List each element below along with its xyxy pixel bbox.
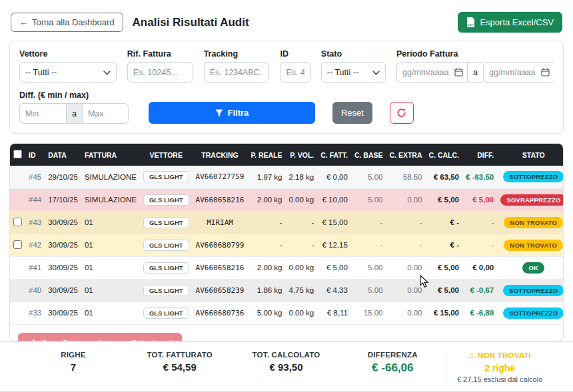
- funnel-icon: [215, 109, 223, 117]
- cell-c-fatt: € 4,33: [317, 279, 351, 301]
- tracking-input[interactable]: [204, 62, 270, 83]
- row-select-cell: [10, 211, 25, 234]
- export-excel-csv-button[interactable]: CSV Esporta Excel/CSV: [458, 12, 562, 33]
- filter-vettore: Vettore -- Tutti --: [19, 49, 117, 83]
- cell-p-vol: -: [286, 234, 318, 256]
- cell-c-base: -: [351, 211, 386, 234]
- filter-rif-fattura: Rif. Fattura: [127, 49, 193, 83]
- rif-fattura-label: Rif. Fattura: [127, 49, 193, 59]
- fatturato-label: TOT. FATTURATO: [127, 351, 233, 359]
- cell-tracking: AV660680736: [193, 301, 248, 324]
- create-contestation-button[interactable]: Crea Contestazione per Selezionati: [18, 333, 182, 342]
- back-arrow-icon: ←: [19, 17, 28, 27]
- back-button-label: Torna alla Dashboard: [32, 17, 115, 27]
- row-checkbox[interactable]: [13, 218, 22, 226]
- cell-id: #45: [25, 166, 45, 188]
- cell-id: #41: [25, 256, 45, 279]
- reset-button[interactable]: Reset: [332, 102, 372, 124]
- row-select-cell: [10, 301, 25, 324]
- vettore-select[interactable]: -- Tutti --: [19, 62, 117, 83]
- cell-p-reale: -: [247, 211, 285, 234]
- cell-p-vol: 0.00 kg: [286, 188, 318, 211]
- cell-c-calc: € 5,00: [426, 188, 463, 211]
- cell-vettore: GLS LIGHT: [140, 301, 193, 324]
- filtra-button[interactable]: Filtra: [149, 102, 315, 124]
- cell-data: 30/09/25: [45, 301, 81, 324]
- summary-righe: RIGHE 7: [20, 351, 127, 373]
- cell-c-calc: € -: [426, 211, 463, 234]
- id-input[interactable]: [280, 62, 310, 83]
- refresh-button[interactable]: [390, 102, 414, 124]
- vettore-selected-value: -- Tutti --: [25, 68, 57, 77]
- cell-tracking: AV660680799: [193, 234, 248, 256]
- cell-c-base: 5.00: [351, 279, 386, 301]
- cell-vettore: GLS LIGHT: [140, 211, 193, 234]
- cell-diff: € -6,89: [462, 301, 497, 324]
- cell-tracking: AV660658239: [193, 279, 248, 301]
- cell-id: #40: [25, 279, 45, 301]
- summary-differenza: DIFFERENZA € -66,06: [339, 351, 446, 375]
- calcolato-value: € 93,50: [233, 361, 340, 373]
- cell-diff: € 0,00: [462, 256, 497, 279]
- column-header-id: ID: [25, 144, 45, 166]
- cell-c-base: 5.00: [351, 256, 386, 279]
- cell-fattura: SIMULAZIONE: [81, 188, 140, 211]
- diff-max-input[interactable]: [82, 103, 129, 124]
- cell-p-reale: 2.00 kg: [247, 188, 285, 211]
- filter-periodo-fattura: Periodo Fattura a: [396, 49, 554, 83]
- column-header-c-base: C. BASE: [351, 144, 386, 166]
- cell-stato: SOTTOPREZZO: [497, 301, 564, 324]
- diff-separator: a: [66, 103, 82, 124]
- summary-bar: RIGHE 7 TOT. FATTURATO € 54,59 TOT. CALC…: [0, 341, 573, 392]
- calendar-icon[interactable]: [541, 67, 550, 79]
- cell-p-reale: 1.86 kg: [247, 279, 285, 301]
- filter-tracking: Tracking: [204, 49, 270, 83]
- status-badge: NON TROVATO: [504, 240, 563, 251]
- table-row-45: #4529/10/25SIMULAZIONEGLS LIGHTAV6607277…: [10, 166, 564, 188]
- table-row-41: #4130/09/2501GLS LIGHTAV6606582162.00 kg…: [10, 256, 564, 279]
- cell-stato: SOTTOPREZZO: [497, 166, 564, 188]
- cell-c-fatt: € 15,00: [317, 211, 351, 234]
- rif-fattura-input[interactable]: [127, 62, 193, 83]
- column-header-tracking: TRACKING: [193, 144, 248, 166]
- differenza-label: DIFFERENZA: [339, 351, 446, 359]
- stato-selected-value: -- Tutti --: [327, 68, 358, 77]
- row-select-cell: [10, 188, 25, 211]
- carrier-badge: GLS LIGHT: [143, 262, 189, 274]
- cell-stato: NON TROVATO: [497, 234, 564, 256]
- righe-label: RIGHE: [20, 351, 127, 359]
- results-table-card: IDDATAFATTURAVETTORETRACKINGP. REALEP. V…: [9, 143, 564, 341]
- diff-min-input[interactable]: [19, 103, 66, 124]
- cell-c-calc: € 15,00: [426, 301, 463, 324]
- periodo-separator: a: [467, 62, 483, 83]
- cell-data: 30/09/25: [45, 279, 81, 301]
- cell-vettore: GLS LIGHT: [140, 188, 193, 211]
- non-trovati-label: ⚠NON TROVATI: [446, 351, 553, 360]
- select-all-checkbox[interactable]: [13, 150, 22, 158]
- non-trovati-note: € 27,15 esclusi dal calcolo: [446, 375, 553, 383]
- cell-data: 17/10/25: [45, 188, 81, 211]
- cell-c-extra: 0.00: [386, 256, 426, 279]
- status-badge: SOTTOPREZZO: [503, 285, 564, 296]
- carrier-badge: GLS LIGHT: [143, 285, 189, 296]
- carrier-badge: GLS LIGHT: [143, 194, 189, 206]
- row-select-cell: [10, 256, 25, 279]
- cell-fattura: 01: [81, 234, 140, 256]
- cell-fattura: 01: [81, 256, 140, 279]
- periodo-fattura-label: Periodo Fattura: [396, 49, 554, 59]
- cell-p-vol: 0.00 kg: [286, 256, 318, 279]
- diff-range-label: Diff. (€ min / max): [19, 91, 129, 100]
- filter-id: ID: [280, 49, 310, 83]
- cell-vettore: GLS LIGHT: [140, 166, 193, 188]
- row-checkbox[interactable]: [13, 240, 22, 249]
- cell-tracking: AV660727759: [193, 166, 248, 188]
- cell-c-base: -: [351, 234, 386, 256]
- cell-id: #43: [25, 211, 45, 234]
- fatturato-value: € 54,59: [127, 361, 233, 373]
- calcolato-label: TOT. CALCOLATO: [233, 351, 340, 359]
- back-to-dashboard-button[interactable]: ← Torna alla Dashboard: [11, 13, 123, 32]
- stato-select[interactable]: -- Tutti --: [321, 62, 386, 83]
- cell-p-vol: 0.00 kg: [286, 301, 318, 324]
- calendar-icon[interactable]: [454, 67, 463, 79]
- status-badge: NON TROVATO: [504, 217, 563, 228]
